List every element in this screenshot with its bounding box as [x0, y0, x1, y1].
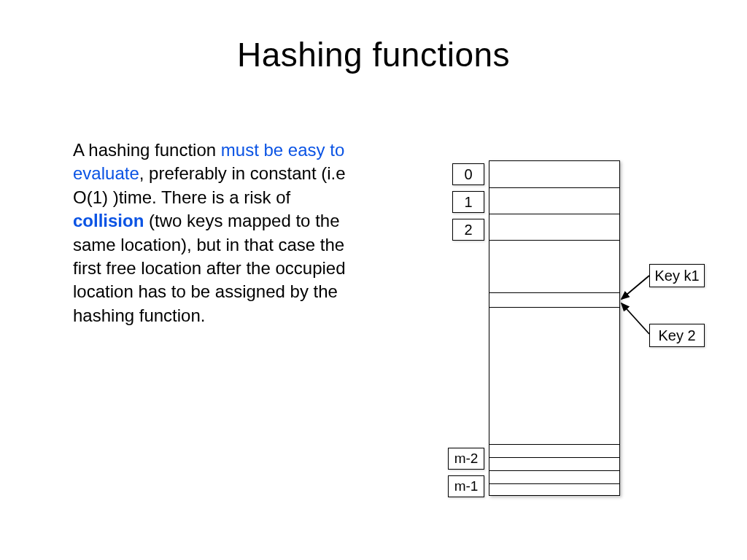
- hash-table: [489, 160, 620, 496]
- index-0: 0: [452, 163, 484, 185]
- p-highlight-collision: collision: [73, 211, 144, 230]
- key-2-box: Key 2: [649, 324, 705, 347]
- table-divider: [489, 307, 619, 308]
- p-seg-1: A hashing function: [73, 140, 221, 160]
- body-paragraph: A hashing function must be easy to evalu…: [73, 139, 365, 327]
- table-divider: [489, 444, 619, 445]
- table-divider: [489, 214, 619, 214]
- svg-line-1: [622, 303, 649, 334]
- slide: Hashing functions A hashing function mus…: [0, 0, 747, 560]
- table-divider: [489, 240, 619, 241]
- slide-title: Hashing functions: [0, 35, 747, 74]
- table-divider: [489, 483, 619, 484]
- table-divider: [489, 470, 619, 471]
- index-2: 2: [452, 219, 484, 241]
- hash-table-diagram: 0 1 2 m-2 m-1 Key k1 Key 2: [423, 160, 729, 525]
- svg-line-0: [622, 276, 649, 299]
- index-1: 1: [452, 191, 484, 213]
- index-m-1: m-1: [448, 475, 484, 497]
- table-divider: [489, 187, 619, 188]
- table-divider: [489, 292, 619, 293]
- table-divider: [489, 457, 619, 458]
- key-k1-box: Key k1: [649, 264, 705, 287]
- index-m-2: m-2: [448, 448, 484, 470]
